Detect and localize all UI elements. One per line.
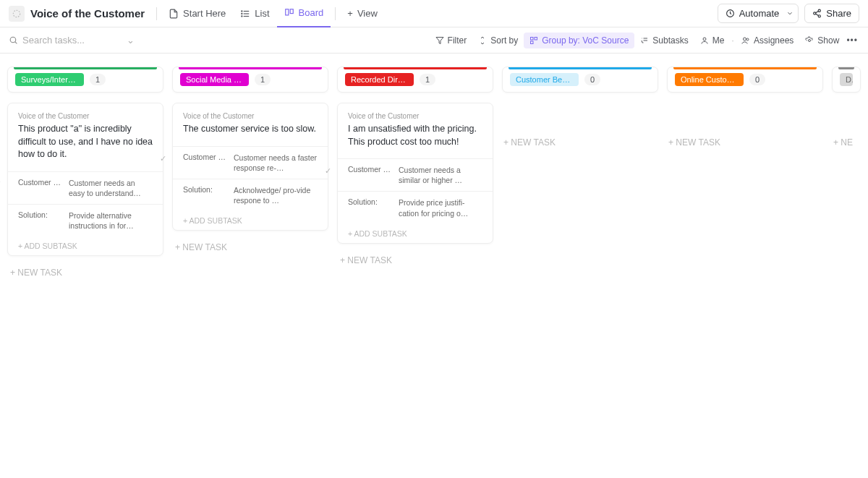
filter-icon [435,36,444,45]
count-badge: 1 [255,74,271,85]
view-start-here[interactable]: Start Here [161,0,233,27]
subtask-icon [640,36,649,45]
add-view[interactable]: + View [340,0,385,27]
board-column: Dir+ NE [832,67,861,155]
subtask-row[interactable]: ✓Customer …Customer needs a faster respo… [173,146,328,179]
add-subtask-button[interactable]: + ADD SUBTASK [8,236,163,255]
space-icon[interactable] [9,6,25,22]
add-subtask-button[interactable]: + ADD SUBTASK [173,211,328,230]
page-title: Voice of the Customer [30,7,145,20]
count-badge: 0 [584,74,600,85]
subtask-text: Customer needs an easy to understand… [69,178,153,198]
chevron-down-icon[interactable]: ⌄ [127,35,135,46]
board-column: Online Custome…0+ NEW TASK [667,67,823,155]
subtask-label: Customer … [183,153,226,161]
board-area: Surveys/Intervie…1Voice of the CustomerT… [0,54,868,298]
person-icon [700,36,709,45]
board-column: Recorded Direct…1Voice of the CustomerI … [337,67,493,273]
svg-point-12 [818,15,820,17]
search-wrap[interactable]: ⌄ [9,35,135,46]
count-badge: 0 [749,74,765,85]
column-header[interactable]: Customer Behav…0 [502,67,658,93]
svg-point-15 [10,37,16,43]
task-card[interactable]: Voice of the CustomerThis product "a" is… [7,103,163,256]
subtask-label: Solution: [18,210,61,219]
me-button[interactable]: Me [694,33,731,48]
new-task-button[interactable]: + NEW TASK [7,260,163,285]
subtask-text: Provide price justifi-cation for pricing… [399,197,482,218]
svg-point-22 [743,38,746,40]
svg-point-4 [242,10,242,11]
subtask-label: Customer … [18,178,61,187]
group-by-button[interactable]: Group by: VoC Source [524,33,634,48]
automate-icon [726,9,735,18]
subtask-row[interactable]: Solution:Provide price justifi-cation fo… [338,191,493,223]
share-button[interactable]: Share [804,4,859,23]
new-task-button[interactable]: + NE [832,130,861,155]
board-column: Social Media Fe…1Voice of the CustomerTh… [172,67,328,260]
board-column: Surveys/Intervie…1Voice of the CustomerT… [7,67,163,285]
subtask-text: Provide alternative instructions in for… [69,210,153,231]
subtask-label: Solution: [183,185,226,194]
new-task-button[interactable]: + NEW TASK [337,248,493,273]
column-header[interactable]: Online Custome…0 [667,67,823,93]
show-button[interactable]: Show [799,33,845,48]
svg-rect-18 [531,37,534,40]
sort-button[interactable]: Sort by [472,33,524,48]
column-header[interactable]: Recorded Direct…1 [337,67,493,93]
count-badge: 1 [90,74,106,85]
view-board[interactable]: Board [277,0,331,27]
column-header[interactable]: Social Media Fe…1 [172,67,328,93]
search-input[interactable] [22,35,116,46]
subtask-text: Customer needs a faster response re-… [234,153,318,173]
automate-button[interactable]: Automate [718,4,799,23]
svg-point-24 [809,39,811,41]
share-icon [812,9,822,18]
breadcrumb: Voice of the Customer [183,112,318,120]
svg-point-6 [242,15,242,16]
subtask-row[interactable]: ✓Customer …Customer needs a similar or h… [338,158,493,191]
count-badge: 1 [420,74,435,85]
subtask-text: Acknolwedge/ pro-vide respone to … [234,185,318,205]
new-task-button[interactable]: + NEW TASK [502,130,658,155]
svg-point-5 [242,13,242,14]
toolbar: ⌄ Filter Sort by Group by: VoC Source Su… [0,27,868,54]
column-header[interactable]: Surveys/Intervie…1 [7,67,163,93]
add-subtask-button[interactable]: + ADD SUBTASK [338,224,493,243]
task-title: The customer service is too slow. [183,123,318,136]
svg-point-10 [818,9,820,12]
task-card[interactable]: Voice of the CustomerThe customer servic… [172,103,328,231]
new-task-button[interactable]: + NEW TASK [667,130,823,155]
filter-button[interactable]: Filter [430,33,473,48]
search-icon [9,35,18,45]
subtasks-button[interactable]: Subtasks [634,33,694,48]
group-icon [529,36,538,45]
column-header[interactable]: Dir [832,67,861,93]
subtask-row[interactable]: ✓Customer …Customer needs an easy to und… [8,171,163,204]
top-bar: Voice of the Customer Start Here List Bo… [0,0,868,27]
svg-point-0 [13,10,20,17]
assignees-button[interactable]: Assignees [736,33,799,48]
breadcrumb: Voice of the Customer [348,112,482,120]
subtask-label: Solution: [348,197,391,206]
svg-line-16 [15,42,17,44]
people-icon [741,36,750,45]
view-list[interactable]: List [233,0,276,27]
new-task-button[interactable]: + NEW TASK [172,235,328,260]
svg-line-14 [816,14,819,15]
status-pill: Recorded Direct… [345,73,414,86]
task-title: This product "a" is incredibly difficult… [18,123,153,161]
more-button[interactable]: ••• [845,33,859,48]
divider [335,7,336,20]
subtask-row[interactable]: Solution:Provide alternative instruction… [8,204,163,236]
check-icon: ✓ [160,154,166,163]
subtask-row[interactable]: Solution:Acknolwedge/ pro-vide respone t… [173,179,328,211]
board-icon [284,8,294,18]
status-pill: Social Media Fe… [180,73,249,86]
status-pill: Online Custome… [675,73,744,86]
task-card[interactable]: Voice of the CustomerI am unsatisfied wi… [337,103,493,244]
svg-rect-8 [290,9,293,13]
divider [156,7,157,20]
svg-rect-20 [531,41,534,44]
subtask-label: Customer … [348,165,391,174]
